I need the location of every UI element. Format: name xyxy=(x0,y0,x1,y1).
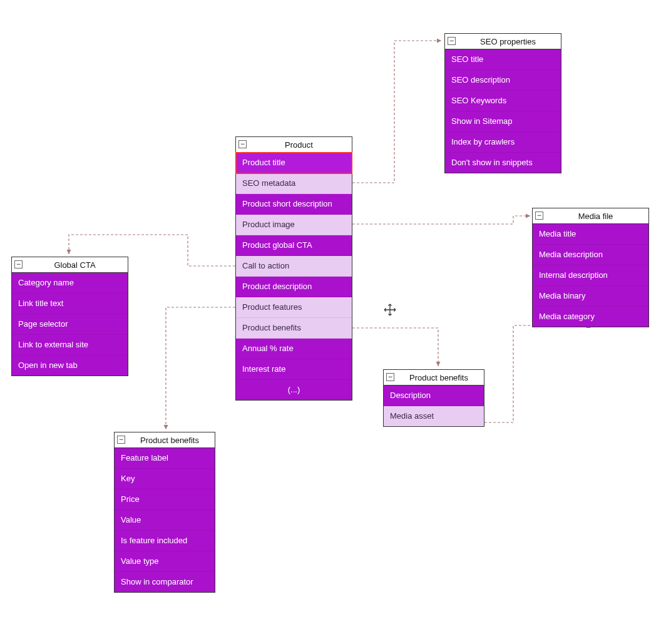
entity-title: Media file xyxy=(578,212,613,221)
field-product-global-cta[interactable]: Product global CTA xyxy=(236,235,352,256)
entity-global-cta-header[interactable]: − Global CTA xyxy=(12,257,128,273)
field-product-features[interactable]: Product features xyxy=(236,297,352,318)
field-seo-keywords[interactable]: SEO Keywords xyxy=(445,91,561,111)
field-internal-description[interactable]: Internal description xyxy=(533,265,648,286)
field-key[interactable]: Key xyxy=(115,469,215,489)
field-is-feature-included[interactable]: Is feature included xyxy=(115,531,215,551)
field-link-title-text[interactable]: Link title text xyxy=(12,294,128,314)
field-interest-rate[interactable]: Interest rate xyxy=(236,359,352,380)
entity-seo-properties[interactable]: − SEO properties SEO title SEO descripti… xyxy=(444,33,561,173)
entity-product[interactable]: − Product Product title SEO metadata Pro… xyxy=(235,136,352,401)
entity-title: Product benefits xyxy=(409,373,468,382)
field-product-image[interactable]: Product image xyxy=(236,215,352,235)
field-product-benefits[interactable]: Product benefits xyxy=(236,318,352,339)
field-media-category[interactable]: Media category xyxy=(533,307,648,327)
minus-icon[interactable]: − xyxy=(117,436,125,444)
move-cursor-icon xyxy=(383,303,397,320)
field-media-binary[interactable]: Media binary xyxy=(533,286,648,307)
field-category-name[interactable]: Category name xyxy=(12,273,128,294)
field-media-asset[interactable]: Media asset xyxy=(384,406,484,426)
field-description[interactable]: Description xyxy=(384,386,484,406)
entity-global-cta[interactable]: − Global CTA Category name Link title te… xyxy=(11,257,128,376)
entity-benefits-large-header[interactable]: − Product benefits xyxy=(115,432,215,448)
field-dont-show-snippets[interactable]: Don't show in snippets xyxy=(445,153,561,173)
entity-seo-header[interactable]: − SEO properties xyxy=(445,34,561,49)
entity-media-header[interactable]: − Media file xyxy=(533,208,648,224)
field-more[interactable]: (...) xyxy=(236,380,352,400)
field-media-title[interactable]: Media title xyxy=(533,224,648,245)
field-page-selector[interactable]: Page selector xyxy=(12,314,128,335)
entity-title: SEO properties xyxy=(480,37,536,46)
entity-product-benefits-large[interactable]: − Product benefits Feature label Key Pri… xyxy=(114,432,215,593)
field-product-description[interactable]: Product description xyxy=(236,277,352,297)
minus-icon[interactable]: − xyxy=(448,37,456,45)
entity-media-file[interactable]: − Media file Media title Media descripti… xyxy=(532,208,649,327)
field-value[interactable]: Value xyxy=(115,510,215,531)
minus-icon[interactable]: − xyxy=(238,140,247,148)
field-annual-rate[interactable]: Annual % rate xyxy=(236,339,352,359)
field-link-external-site[interactable]: Link to external site xyxy=(12,335,128,355)
field-feature-label[interactable]: Feature label xyxy=(115,448,215,469)
minus-icon[interactable]: − xyxy=(535,212,543,220)
entity-title: Global CTA xyxy=(54,260,95,270)
entity-benefits-small-header[interactable]: − Product benefits xyxy=(384,370,484,386)
field-value-type[interactable]: Value type xyxy=(115,551,215,572)
field-show-in-comparator[interactable]: Show in comparator xyxy=(115,572,215,592)
minus-icon[interactable]: − xyxy=(386,373,394,381)
field-media-description[interactable]: Media description xyxy=(533,245,648,265)
field-seo-description[interactable]: SEO description xyxy=(445,70,561,91)
entity-product-benefits-small[interactable]: − Product benefits Description Media ass… xyxy=(383,369,484,427)
field-product-short-description[interactable]: Product short description xyxy=(236,194,352,215)
entity-product-header[interactable]: − Product xyxy=(236,137,352,153)
entity-title: Product xyxy=(285,140,313,150)
field-product-title[interactable]: Product title xyxy=(236,153,352,173)
field-open-new-tab[interactable]: Open in new tab xyxy=(12,355,128,376)
field-index-by-crawlers[interactable]: Index by crawlers xyxy=(445,132,561,153)
field-price[interactable]: Price xyxy=(115,489,215,510)
entity-title: Product benefits xyxy=(140,436,199,445)
field-seo-title[interactable]: SEO title xyxy=(445,49,561,70)
field-call-to-action[interactable]: Call to action xyxy=(236,256,352,277)
field-seo-metadata[interactable]: SEO metadata xyxy=(236,173,352,194)
minus-icon[interactable]: − xyxy=(14,260,23,268)
field-show-in-sitemap[interactable]: Show in Sitemap xyxy=(445,111,561,132)
